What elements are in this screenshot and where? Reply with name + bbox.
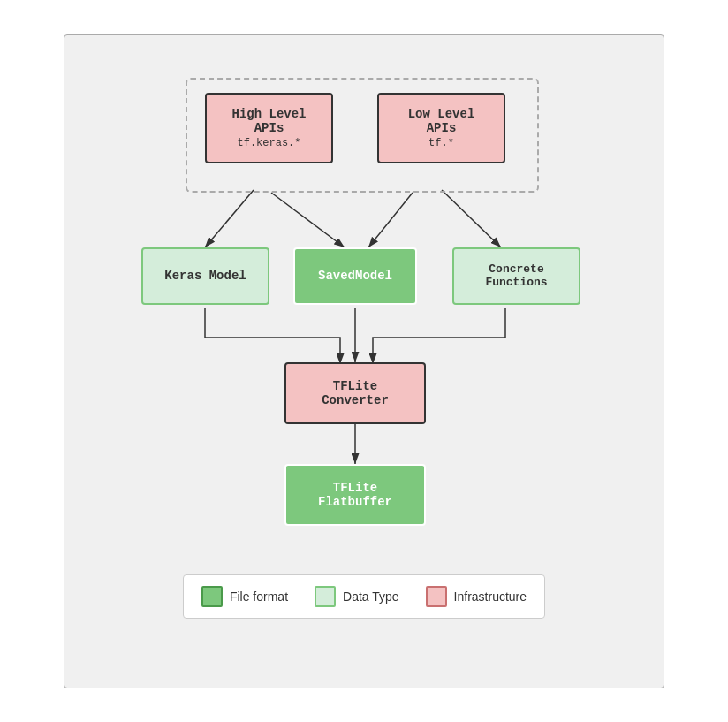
legend-infrastructure-swatch xyxy=(426,586,447,607)
main-container: High Level APIs tf.keras.* Low Level API… xyxy=(64,34,664,688)
high-level-api-label: High Level APIs xyxy=(217,107,321,135)
legend-infrastructure-label: Infrastructure xyxy=(454,589,527,604)
tflite-flatbuffer-label: TFLite Flatbuffer xyxy=(297,481,413,509)
diagram-area: High Level APIs tf.keras.* Low Level API… xyxy=(117,62,611,557)
legend-data-type-label: Data Type xyxy=(343,589,399,604)
legend-infrastructure: Infrastructure xyxy=(426,586,527,607)
legend-data-type: Data Type xyxy=(315,586,399,607)
saved-model-label: SavedModel xyxy=(318,269,392,283)
keras-model-box: Keras Model xyxy=(141,247,269,305)
high-level-api-box: High Level APIs tf.keras.* xyxy=(205,93,333,163)
svg-line-4 xyxy=(442,190,501,247)
high-level-api-sublabel: tf.keras.* xyxy=(237,137,300,149)
legend-file-format: File format xyxy=(201,586,288,607)
tflite-flatbuffer-box: TFLite Flatbuffer xyxy=(284,464,426,526)
legend-file-format-label: File format xyxy=(230,589,288,604)
low-level-api-sublabel: tf.* xyxy=(428,137,454,149)
tflite-converter-label: TFLite Converter xyxy=(297,379,413,407)
low-level-api-box: Low Level APIs tf.* xyxy=(377,93,505,163)
svg-line-3 xyxy=(368,193,413,247)
concrete-functions-box: Concrete Functions xyxy=(452,247,580,305)
legend-data-type-swatch xyxy=(315,586,336,607)
legend: File format Data Type Infrastructure xyxy=(183,574,545,619)
tflite-converter-box: TFLite Converter xyxy=(284,362,426,424)
concrete-functions-label: Concrete Functions xyxy=(465,262,568,289)
legend-file-format-swatch xyxy=(201,586,223,607)
svg-line-2 xyxy=(271,193,345,247)
keras-model-label: Keras Model xyxy=(164,269,246,283)
saved-model-box: SavedModel xyxy=(293,247,417,305)
svg-line-1 xyxy=(205,190,254,247)
low-level-api-label: Low Level APIs xyxy=(390,107,493,135)
